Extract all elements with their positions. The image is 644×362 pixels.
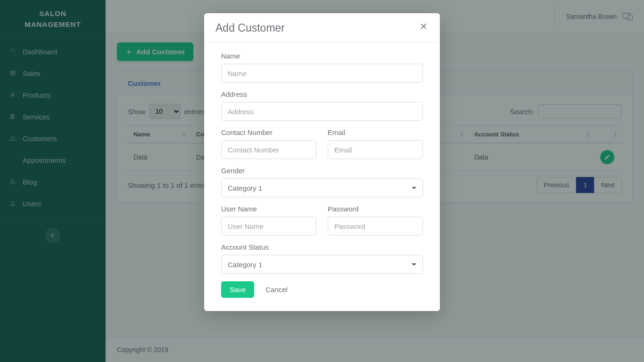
contact-label: Contact Number — [221, 128, 316, 136]
gender-label: Gender — [221, 167, 423, 175]
password-label: Password — [328, 205, 423, 213]
password-input[interactable] — [328, 217, 423, 236]
save-button[interactable]: Save — [221, 281, 254, 298]
address-label: Address — [221, 90, 423, 98]
close-button[interactable]: ✕ — [419, 22, 429, 31]
name-label: Name — [221, 52, 423, 60]
add-customer-modal: Add Customer ✕ Name Address Contact Numb… — [204, 13, 440, 311]
email-input[interactable] — [328, 140, 423, 159]
modal-title: Add Customer — [215, 22, 285, 34]
address-input[interactable] — [221, 102, 423, 121]
close-icon: ✕ — [420, 21, 428, 32]
contact-input[interactable] — [221, 140, 316, 159]
email-label: Email — [328, 128, 423, 136]
cancel-button[interactable]: Cancel — [264, 281, 289, 298]
gender-select[interactable]: Category 1 — [221, 178, 423, 197]
username-input[interactable] — [221, 217, 316, 236]
username-label: User Name — [221, 205, 316, 213]
status-select[interactable]: Category 1 — [221, 255, 423, 274]
status-label: Account Status — [221, 243, 423, 251]
name-input[interactable] — [221, 64, 423, 83]
